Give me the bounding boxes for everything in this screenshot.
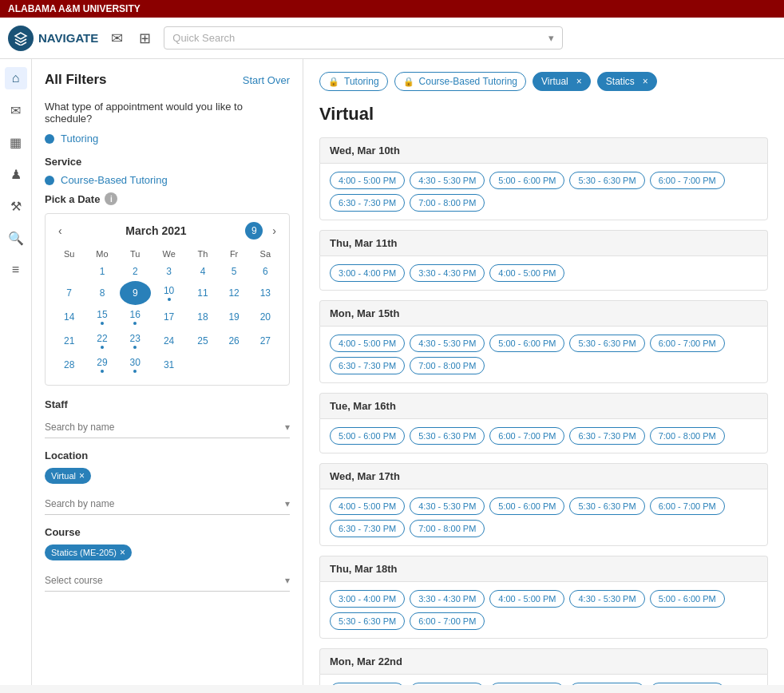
calendar-day[interactable]: 29: [85, 353, 119, 377]
time-slot-button[interactable]: 6:00 - 7:00 PM: [650, 683, 725, 685]
calendar-day[interactable]: 21: [53, 329, 85, 353]
course-tag-close[interactable]: ×: [120, 547, 125, 558]
calendar-day[interactable]: 16: [120, 305, 151, 329]
calendar-day[interactable]: 9: [120, 281, 151, 305]
time-slot-button[interactable]: 4:00 - 5:00 PM: [489, 590, 564, 608]
time-slot-button[interactable]: 4:00 - 5:00 PM: [330, 172, 405, 189]
time-slot-button[interactable]: 3:00 - 4:00 PM: [330, 590, 405, 608]
time-slot-button[interactable]: 5:30 - 6:30 PM: [569, 335, 644, 352]
sidebar-tools-icon[interactable]: ⚒: [5, 195, 27, 217]
calendar-day[interactable]: 8: [85, 281, 119, 305]
time-slot-button[interactable]: 5:30 - 6:30 PM: [330, 612, 405, 630]
calendar-today-button[interactable]: 9: [245, 222, 263, 240]
calendar-day[interactable]: 19: [219, 305, 250, 329]
calendar-day[interactable]: 11: [187, 281, 218, 305]
sidebar-calendar-icon[interactable]: ▦: [5, 131, 27, 153]
start-over-button[interactable]: Start Over: [243, 74, 290, 86]
calendar-day[interactable]: 4: [187, 262, 218, 281]
location-dropdown[interactable]: ▾: [45, 493, 290, 515]
time-slot-button[interactable]: 6:30 - 7:30 PM: [569, 427, 644, 445]
filter-chip[interactable]: Statics×: [597, 72, 657, 91]
time-slot-button[interactable]: 6:00 - 7:00 PM: [489, 427, 564, 445]
location-tag-virtual[interactable]: Virtual ×: [45, 468, 91, 484]
time-slot-button[interactable]: 5:00 - 6:00 PM: [489, 683, 564, 685]
calendar-day[interactable]: 28: [53, 353, 85, 377]
filter-chip[interactable]: 🔒Tutoring: [319, 72, 388, 91]
time-slot-button[interactable]: 4:00 - 5:00 PM: [489, 264, 564, 282]
calendar-day[interactable]: 10: [151, 281, 188, 305]
calendar-day[interactable]: 14: [53, 305, 85, 329]
time-slot-button[interactable]: 5:00 - 6:00 PM: [330, 427, 405, 445]
calendar-day[interactable]: 7: [53, 281, 85, 305]
course-search-input[interactable]: [45, 575, 265, 586]
calendar-day[interactable]: 5: [219, 262, 250, 281]
time-slot-button[interactable]: 7:00 - 8:00 PM: [650, 427, 725, 445]
calendar-prev-button[interactable]: ‹: [53, 223, 67, 239]
calendar-day[interactable]: 25: [187, 329, 218, 353]
calendar-day[interactable]: 26: [219, 329, 250, 353]
sidebar-search-icon[interactable]: 🔍: [5, 227, 27, 249]
filter-chip[interactable]: Virtual×: [533, 72, 591, 91]
time-slot-button[interactable]: 5:00 - 6:00 PM: [489, 497, 564, 515]
time-slot-button[interactable]: 3:30 - 4:30 PM: [410, 264, 485, 282]
time-slot-button[interactable]: 5:00 - 6:00 PM: [650, 590, 725, 608]
time-slot-button[interactable]: 6:30 - 7:30 PM: [330, 520, 405, 537]
messages-icon[interactable]: ✉: [108, 26, 126, 50]
time-slot-button[interactable]: 4:00 - 5:00 PM: [330, 335, 405, 352]
time-slot-button[interactable]: 5:30 - 6:30 PM: [569, 497, 644, 515]
time-slot-button[interactable]: 4:00 - 5:00 PM: [330, 683, 405, 685]
calendar-day[interactable]: 17: [151, 305, 188, 329]
time-slot-button[interactable]: 5:30 - 6:30 PM: [569, 683, 644, 685]
calendar-day[interactable]: 6: [250, 262, 281, 281]
time-slot-button[interactable]: 4:00 - 5:00 PM: [330, 497, 405, 515]
staff-dropdown[interactable]: ▾: [45, 417, 290, 438]
quick-search-bar[interactable]: Quick Search ▾: [164, 26, 563, 50]
time-slot-button[interactable]: 6:30 - 7:30 PM: [330, 194, 405, 212]
search-dropdown-arrow[interactable]: ▾: [548, 32, 554, 44]
calendar-day[interactable]: 23: [120, 329, 151, 353]
service-option[interactable]: Course-Based Tutoring: [45, 174, 290, 186]
time-slot-button[interactable]: 6:00 - 7:00 PM: [650, 172, 725, 189]
course-dropdown[interactable]: ▾: [45, 570, 290, 592]
time-slot-button[interactable]: 3:30 - 4:30 PM: [410, 590, 485, 608]
time-slot-button[interactable]: 5:30 - 6:30 PM: [410, 427, 485, 445]
time-slot-button[interactable]: 7:00 - 8:00 PM: [410, 357, 485, 374]
time-slot-button[interactable]: 3:00 - 4:00 PM: [330, 264, 405, 282]
calendar-day[interactable]: 15: [85, 305, 119, 329]
location-tag-close[interactable]: ×: [79, 470, 85, 481]
calendar-day[interactable]: 3: [151, 262, 188, 281]
calendar-day[interactable]: 24: [151, 329, 188, 353]
time-slot-button[interactable]: 7:00 - 8:00 PM: [410, 520, 485, 537]
time-slot-button[interactable]: 5:00 - 6:00 PM: [489, 172, 564, 189]
time-slot-button[interactable]: 4:30 - 5:30 PM: [569, 590, 644, 608]
grid-icon[interactable]: ⊞: [136, 26, 154, 50]
time-slot-button[interactable]: 6:30 - 7:30 PM: [330, 357, 405, 374]
info-icon[interactable]: i: [105, 192, 117, 205]
calendar-day[interactable]: 2: [120, 262, 151, 281]
sidebar-list-icon[interactable]: ≡: [5, 259, 27, 281]
course-tag-statics[interactable]: Statics (ME-205) ×: [45, 544, 132, 560]
time-slot-button[interactable]: 4:30 - 5:30 PM: [410, 683, 485, 685]
calendar-day[interactable]: 1: [85, 262, 119, 281]
time-slot-button[interactable]: 5:00 - 6:00 PM: [489, 335, 564, 352]
calendar-day[interactable]: 30: [120, 353, 151, 377]
calendar-day[interactable]: 27: [250, 329, 281, 353]
time-slot-button[interactable]: 4:30 - 5:30 PM: [410, 172, 485, 189]
time-slot-button[interactable]: 4:30 - 5:30 PM: [410, 497, 485, 515]
time-slot-button[interactable]: 7:00 - 8:00 PM: [410, 194, 485, 212]
sidebar-home-icon[interactable]: ⌂: [5, 67, 27, 89]
location-search-input[interactable]: [45, 498, 265, 509]
calendar-next-button[interactable]: ›: [267, 223, 281, 239]
time-slot-button[interactable]: 6:00 - 7:00 PM: [410, 612, 485, 630]
calendar-day[interactable]: 12: [219, 281, 250, 305]
time-slot-button[interactable]: 6:00 - 7:00 PM: [650, 335, 725, 352]
sidebar-mail-icon[interactable]: ✉: [5, 99, 27, 121]
appointment-type-option[interactable]: Tutoring: [45, 133, 290, 145]
sidebar-people-icon[interactable]: ♟: [5, 163, 27, 185]
time-slot-button[interactable]: 4:30 - 5:30 PM: [410, 335, 485, 352]
time-slot-button[interactable]: 6:00 - 7:00 PM: [650, 497, 725, 515]
chip-close-icon[interactable]: ×: [576, 76, 582, 87]
calendar-day[interactable]: 20: [250, 305, 281, 329]
time-slot-button[interactable]: 5:30 - 6:30 PM: [569, 172, 644, 189]
filter-chip[interactable]: 🔒Course-Based Tutoring: [394, 72, 526, 91]
